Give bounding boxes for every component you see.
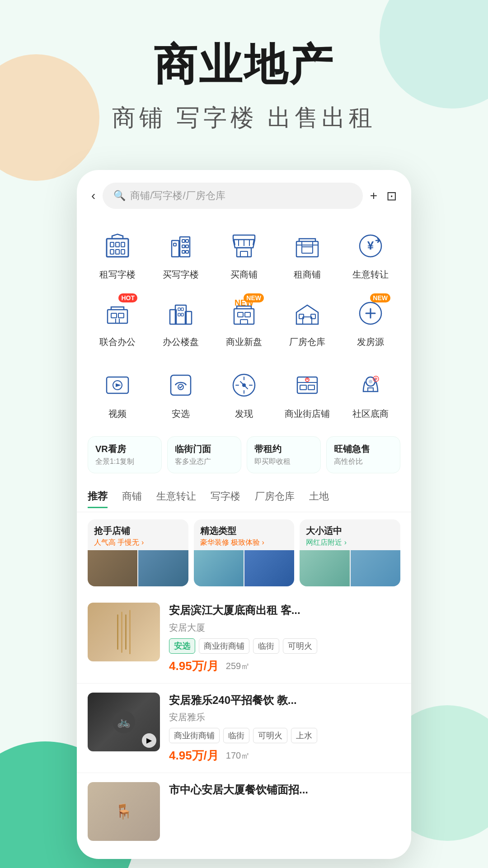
search-icon: 🔍 <box>113 190 126 202</box>
tab-warehouse[interactable]: 厂房仓库 <box>255 486 295 508</box>
cat-label-buy-shop: 买商铺 <box>230 269 258 281</box>
svg-rect-15 <box>186 250 188 253</box>
cat-commercial-new[interactable]: NEW NEW 商业新盘 <box>212 288 276 355</box>
listing-item-2[interactable]: 🚲 ▶ 安居雅乐240平招餐饮 教... 安居雅乐 商业街商铺 临街 可明火 上… <box>77 684 411 774</box>
svg-rect-34 <box>238 312 243 317</box>
tab-land[interactable]: 土地 <box>309 486 329 508</box>
badge-new-2: NEW <box>370 293 390 302</box>
tab-recommend[interactable]: 推荐 <box>88 486 108 508</box>
svg-rect-29 <box>178 308 180 311</box>
listing-price-2: 4.95万/月 <box>169 748 219 764</box>
cat-buy-office[interactable]: 买写字楼 <box>149 221 212 288</box>
listing-thumb-bg-3: 🪑 <box>88 782 160 841</box>
listing-thumb-3: 🪑 <box>88 782 160 841</box>
promo-hot-shop[interactable]: 抢手店铺 人气高 手慢无 › <box>88 519 188 586</box>
cat-label-video: 视频 <box>108 408 127 420</box>
svg-rect-26 <box>175 305 186 324</box>
back-button[interactable]: ‹ <box>91 189 95 203</box>
svg-text:¥: ¥ <box>367 239 374 252</box>
page-subtitle: 商铺 写字楼 出售出租 <box>0 102 488 134</box>
svg-rect-51 <box>308 385 314 390</box>
tab-office[interactable]: 写字楼 <box>211 486 240 508</box>
tag-anx-1: 安选 <box>169 638 195 654</box>
svg-rect-44 <box>171 375 191 395</box>
cat-rent-shop[interactable]: 租商铺 <box>276 221 339 288</box>
tab-shop[interactable]: 商铺 <box>122 486 142 508</box>
feature-hot-shop[interactable]: 旺铺急售 高性价比 <box>326 436 400 473</box>
svg-rect-5 <box>116 250 119 254</box>
listing-item-1[interactable]: 安居滨江大厦底商出租 客... 安居大厦 安选 商业街商铺 临街 可明火 4.9… <box>77 594 411 684</box>
cat-icon-rent-shop <box>289 228 325 264</box>
tab-bar: 推荐 商铺 生意转让 写字楼 厂房仓库 土地 <box>77 482 411 512</box>
feature-hot-sub: 高性价比 <box>334 457 393 467</box>
promo-medium[interactable]: 大小适中 网红店附近 › <box>300 519 400 586</box>
promo-hot-header: 抢手店铺 人气高 手慢无 › <box>88 519 188 550</box>
listing-area-1: 259㎡ <box>226 660 250 672</box>
svg-rect-3 <box>121 242 125 247</box>
header-section: 商业地产 商铺 写字楼 出售出租 <box>0 0 488 152</box>
cat-label-commercial-new: 商业新盘 <box>226 336 262 348</box>
listing-thumb-1 <box>88 603 160 661</box>
cat-anx[interactable]: 安选 <box>149 360 212 427</box>
listing-info-1: 安居滨江大厦底商出租 客... 安居大厦 安选 商业街商铺 临街 可明火 4.9… <box>169 603 400 674</box>
category-grid-main: 租写字楼 买写字楼 <box>77 216 411 360</box>
cat-buy-shop[interactable]: 买商铺 <box>212 221 276 288</box>
promo-img-office2 <box>351 550 400 586</box>
cat-cowork[interactable]: HOT 联合办公 <box>86 288 149 355</box>
svg-rect-20 <box>302 247 313 253</box>
cat-rent-office[interactable]: 租写字楼 <box>86 221 149 288</box>
search-placeholder: 商铺/写字楼/厂房仓库 <box>130 189 225 203</box>
feature-street[interactable]: 临街门面 客多业态广 <box>167 436 241 473</box>
promo-img-office1 <box>300 550 349 586</box>
promo-hot-sub: 人气高 手慢无 › <box>94 538 182 547</box>
page-title: 商业地产 <box>0 36 488 95</box>
message-button[interactable]: ⊡ <box>386 189 397 203</box>
listing-tags-2: 商业街商铺 临街 可明火 上水 <box>169 728 400 743</box>
cat-street-shop[interactable]: 商业街店铺 <box>276 360 339 427</box>
svg-rect-11 <box>186 240 188 242</box>
promo-img-shop2 <box>138 550 188 586</box>
add-button[interactable]: + <box>370 189 377 203</box>
cat-icon-buy-shop <box>226 228 262 264</box>
cat-icon-buy-office <box>163 228 199 264</box>
svg-rect-12 <box>182 245 185 248</box>
listing-price-1: 4.95万/月 <box>169 658 219 674</box>
cat-discover[interactable]: 发现 <box>212 360 276 427</box>
svg-rect-17 <box>237 248 251 257</box>
cat-warehouse[interactable]: 厂房仓库 <box>276 288 339 355</box>
cat-transfer[interactable]: ¥ 生意转让 <box>339 221 402 288</box>
cat-label-post: 发房源 <box>357 336 384 348</box>
cat-label-office-estate: 办公楼盘 <box>163 336 199 348</box>
promo-row: 抢手店铺 人气高 手慢无 › 精选类型 豪华装修 极致体验 › 大小适中 网红店… <box>77 512 411 594</box>
cat-office-estate[interactable]: 办公楼盘 <box>149 288 212 355</box>
listing-area-2: 170㎡ <box>226 750 250 762</box>
cat-label-anx: 安选 <box>172 408 190 420</box>
cat-video[interactable]: 视频 <box>86 360 149 427</box>
feature-lease-title: 带租约 <box>254 443 313 455</box>
play-button-2[interactable]: ▶ <box>142 733 156 748</box>
feature-lease[interactable]: 带租约 即买即收租 <box>247 436 321 473</box>
cat-label-buy-office: 买写字楼 <box>163 269 199 281</box>
topbar: ‹ 🔍 商铺/写字楼/厂房仓库 + ⊡ <box>77 170 411 216</box>
cat-icon-video <box>99 367 136 403</box>
promo-luxury-header: 精选类型 豪华装修 极致体验 › <box>194 519 295 550</box>
tab-transfer[interactable]: 生意转让 <box>156 486 196 508</box>
svg-rect-32 <box>181 313 183 316</box>
cat-community[interactable]: 社区底商 <box>339 360 402 427</box>
promo-medium-images <box>300 550 400 586</box>
svg-rect-31 <box>178 313 180 316</box>
listing-tags-1: 安选 商业街商铺 临街 可明火 <box>169 638 400 654</box>
promo-img-luxury1 <box>194 550 244 586</box>
svg-rect-30 <box>181 308 183 311</box>
cat-post[interactable]: NEW 发房源 <box>339 288 402 355</box>
feature-vr-title: VR看房 <box>95 443 154 455</box>
feature-hot-title: 旺铺急售 <box>334 443 393 455</box>
search-bar[interactable]: 🔍 商铺/写字楼/厂房仓库 <box>103 183 362 209</box>
svg-rect-4 <box>110 250 114 254</box>
listing-item-3[interactable]: 🪑 市中心安居大厦餐饮铺面招... <box>77 773 411 850</box>
promo-luxury[interactable]: 精选类型 豪华装修 极致体验 › <box>194 519 295 586</box>
feature-vr[interactable]: VR看房 全景1:1复制 <box>88 436 162 473</box>
svg-rect-23 <box>108 310 127 323</box>
cat-icon-discover <box>226 367 262 403</box>
listing-company-1: 安居大厦 <box>169 622 400 634</box>
